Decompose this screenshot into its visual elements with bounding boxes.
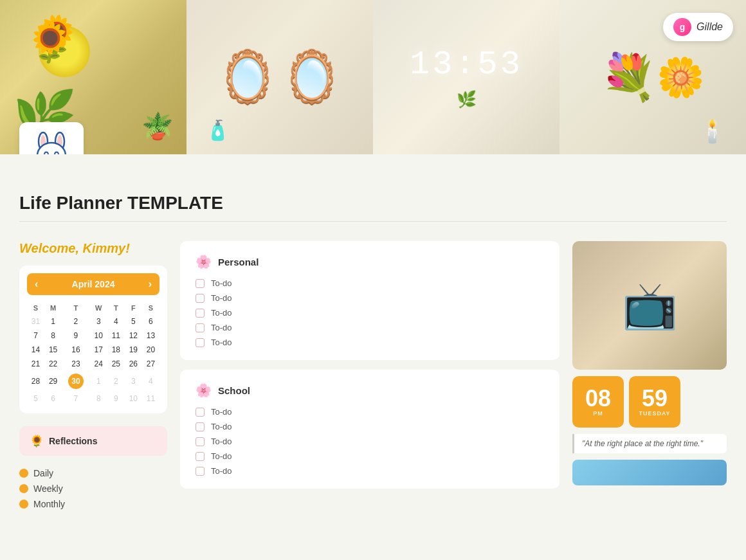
personal-section-title: Personal [218,257,259,267]
calendar-day[interactable]: 22 [44,357,62,371]
todo-label: To-do [211,466,232,476]
header-banner: 🌿 🌻 🪴 🪞 🧴 13:53 🌿 💐 🕯️ g Gillde [0,0,746,154]
calendar-day[interactable]: 9 [107,392,125,406]
retro-tv-photo: 📺 [572,241,727,370]
calendar-day[interactable]: 10 [125,392,142,406]
calendar-day[interactable]: 15 [44,343,62,357]
calendar-day[interactable]: 5 [27,392,44,406]
reflection-monthly-label: Monthly [33,499,65,509]
monthly-dot-icon [19,500,28,509]
calendar-day[interactable]: 28 [27,371,44,392]
calendar-day[interactable]: 2 [62,314,90,329]
calendar-day[interactable]: 14 [27,343,44,357]
calendar-day[interactable]: 4 [142,371,159,392]
calendar-day[interactable]: 11 [107,329,125,343]
calendar-prev-button[interactable]: ‹ [35,278,38,290]
page-title-area: Life Planner TEMPLATE [0,154,746,235]
calendar-day[interactable]: 6 [142,314,159,329]
todo-item[interactable]: To-do [196,466,544,476]
clock-minutes-block: 59 TUESDAY [629,376,680,428]
calendar-day[interactable]: 12 [125,329,142,343]
clock-minutes: 59 [642,387,668,410]
todo-item[interactable]: To-do [196,437,544,446]
calendar-day[interactable]: 27 [142,357,159,371]
calendar-day[interactable]: 20 [142,343,159,357]
todo-item[interactable]: To-do [196,407,544,417]
todo-item[interactable]: To-do [196,422,544,431]
quote-text: "At the right place at the right time." [582,439,703,448]
reflection-daily-item[interactable]: Daily [19,465,167,481]
calendar-day[interactable]: 8 [90,392,107,406]
weekly-dot-icon [19,484,28,493]
left-panel: Welcome, Kimmy! ‹ April 2024 › S M T W T… [19,241,167,512]
daily-dot-icon [19,469,28,478]
personal-todo-card: 🌸 Personal To-do To-do To-do T [180,241,560,360]
calendar-day[interactable]: 13 [142,329,159,343]
clock-pm-label: PM [593,410,603,417]
todo-item[interactable]: To-do [196,293,544,303]
todo-checkbox[interactable] [196,422,205,431]
calendar-day[interactable]: 19 [125,343,142,357]
calendar-day[interactable]: 9 [62,329,90,343]
calendar-day[interactable]: 7 [62,392,90,406]
calendar-next-button[interactable]: › [149,278,152,290]
calendar-header: ‹ April 2024 › [27,273,159,295]
calendar-day[interactable]: 11 [142,392,159,406]
todo-label: To-do [211,323,232,332]
calendar-day[interactable]: 31 [27,314,44,329]
calendar-day[interactable]: 26 [125,357,142,371]
todo-checkbox[interactable] [196,323,205,332]
calendar: ‹ April 2024 › S M T W T F S [19,266,167,413]
todo-checkbox[interactable] [196,279,205,288]
todo-checkbox[interactable] [196,452,205,461]
todo-item[interactable]: To-do [196,308,544,318]
calendar-day[interactable]: 23 [62,357,90,371]
clock-widget: 08 PM 59 TUESDAY [572,376,727,428]
middle-panel: 🌸 Personal To-do To-do To-do T [180,241,560,512]
calendar-day[interactable]: 30 [62,371,90,392]
todo-checkbox[interactable] [196,437,205,446]
todo-item[interactable]: To-do [196,323,544,332]
gillde-badge[interactable]: g Gillde [663,13,733,41]
todo-item[interactable]: To-do [196,278,544,288]
calendar-day[interactable]: 1 [44,314,62,329]
calendar-day[interactable]: 8 [44,329,62,343]
calendar-day[interactable]: 7 [27,329,44,343]
calendar-day[interactable]: 10 [90,329,107,343]
banner-image-3: 13:53 🌿 [373,0,560,154]
calendar-day[interactable]: 16 [62,343,90,357]
todo-checkbox[interactable] [196,338,205,347]
calendar-day[interactable]: 6 [44,392,62,406]
day-header-fri: F [125,302,142,314]
svg-point-6 [55,152,59,155]
calendar-day[interactable]: 29 [44,371,62,392]
calendar-day[interactable]: 21 [27,357,44,371]
calendar-day[interactable]: 2 [107,371,125,392]
todo-checkbox[interactable] [196,408,205,417]
todo-label: To-do [211,278,232,288]
calendar-day[interactable]: 18 [107,343,125,357]
personal-section-header: 🌸 Personal [196,254,544,269]
reflection-monthly-item[interactable]: Monthly [19,496,167,512]
calendar-day[interactable]: 24 [90,357,107,371]
calendar-month-label: April 2024 [72,279,115,289]
calendar-day[interactable]: 5 [125,314,142,329]
todo-checkbox[interactable] [196,309,205,318]
calendar-day[interactable]: 17 [90,343,107,357]
day-header-tue: T [62,302,90,314]
todo-checkbox[interactable] [196,467,205,476]
school-todo-card: 🌸 School To-do To-do To-do To- [180,370,560,489]
day-header-thu: T [107,302,125,314]
calendar-day[interactable]: 3 [125,371,142,392]
calendar-day[interactable]: 25 [107,357,125,371]
page-title: Life Planner TEMPLATE [19,193,727,213]
reflection-weekly-item[interactable]: Weekly [19,481,167,496]
calendar-day[interactable]: 1 [90,371,107,392]
todo-item[interactable]: To-do [196,451,544,461]
todo-checkbox[interactable] [196,294,205,303]
todo-item[interactable]: To-do [196,338,544,347]
calendar-day[interactable]: 3 [90,314,107,329]
calendar-day[interactable]: 4 [107,314,125,329]
quote-section: "At the right place at the right time." [572,434,727,453]
reflections-section: 🌻 Reflections [19,426,167,456]
